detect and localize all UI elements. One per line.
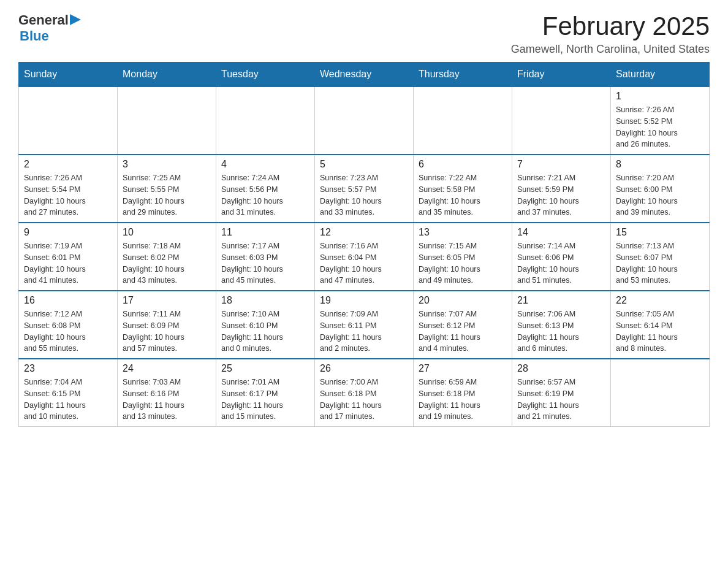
calendar-cell: 24Sunrise: 7:03 AMSunset: 6:16 PMDayligh… — [118, 359, 216, 427]
calendar-cell: 3Sunrise: 7:25 AMSunset: 5:55 PMDaylight… — [118, 155, 216, 223]
day-info: Sunrise: 7:06 AMSunset: 6:13 PMDaylight:… — [517, 308, 605, 354]
day-info: Sunrise: 7:17 AMSunset: 6:03 PMDaylight:… — [221, 240, 309, 286]
svg-marker-0 — [70, 14, 81, 25]
calendar-week-1: 2Sunrise: 7:26 AMSunset: 5:54 PMDaylight… — [19, 155, 710, 223]
calendar-cell: 14Sunrise: 7:14 AMSunset: 6:06 PMDayligh… — [512, 223, 611, 291]
location-title: Gamewell, North Carolina, United States — [511, 43, 710, 56]
calendar-cell — [414, 86, 512, 155]
day-number: 15 — [616, 227, 704, 238]
calendar-cell: 22Sunrise: 7:05 AMSunset: 6:14 PMDayligh… — [611, 291, 710, 359]
day-info: Sunrise: 7:16 AMSunset: 6:04 PMDaylight:… — [320, 240, 408, 286]
calendar-cell: 5Sunrise: 7:23 AMSunset: 5:57 PMDaylight… — [315, 155, 414, 223]
day-info: Sunrise: 7:10 AMSunset: 6:10 PMDaylight:… — [221, 308, 309, 354]
day-info: Sunrise: 7:26 AMSunset: 5:52 PMDaylight:… — [616, 104, 704, 150]
day-number: 26 — [320, 363, 408, 374]
calendar-cell — [216, 86, 315, 155]
day-info: Sunrise: 7:22 AMSunset: 5:58 PMDaylight:… — [419, 172, 507, 218]
day-number: 17 — [123, 295, 211, 306]
calendar-cell: 11Sunrise: 7:17 AMSunset: 6:03 PMDayligh… — [216, 223, 315, 291]
day-info: Sunrise: 7:14 AMSunset: 6:06 PMDaylight:… — [517, 240, 605, 286]
calendar-week-0: 1Sunrise: 7:26 AMSunset: 5:52 PMDaylight… — [19, 86, 710, 155]
calendar-cell: 13Sunrise: 7:15 AMSunset: 6:05 PMDayligh… — [414, 223, 512, 291]
day-info: Sunrise: 7:01 AMSunset: 6:17 PMDaylight:… — [221, 377, 309, 423]
calendar-header-saturday: Saturday — [611, 63, 710, 87]
calendar-cell: 9Sunrise: 7:19 AMSunset: 6:01 PMDaylight… — [19, 223, 118, 291]
calendar-header-sunday: Sunday — [19, 63, 118, 87]
calendar-cell: 17Sunrise: 7:11 AMSunset: 6:09 PMDayligh… — [118, 291, 216, 359]
calendar-cell — [19, 86, 118, 155]
day-info: Sunrise: 7:20 AMSunset: 6:00 PMDaylight:… — [616, 172, 704, 218]
day-number: 9 — [24, 227, 112, 238]
calendar-header-thursday: Thursday — [414, 63, 512, 87]
logo: General Blue — [18, 12, 81, 44]
calendar-cell: 21Sunrise: 7:06 AMSunset: 6:13 PMDayligh… — [512, 291, 611, 359]
title-block: February 2025 Gamewell, North Carolina, … — [511, 12, 710, 56]
day-number: 20 — [419, 295, 507, 306]
calendar-header-friday: Friday — [512, 63, 611, 87]
day-number: 16 — [24, 295, 112, 306]
day-number: 2 — [24, 159, 112, 170]
day-number: 5 — [320, 159, 408, 170]
day-number: 11 — [221, 227, 309, 238]
logo-general-text: General — [18, 12, 69, 28]
calendar-cell: 15Sunrise: 7:13 AMSunset: 6:07 PMDayligh… — [611, 223, 710, 291]
calendar-cell: 7Sunrise: 7:21 AMSunset: 5:59 PMDaylight… — [512, 155, 611, 223]
calendar-header-row: SundayMondayTuesdayWednesdayThursdayFrid… — [19, 63, 710, 87]
day-number: 18 — [221, 295, 309, 306]
day-info: Sunrise: 7:23 AMSunset: 5:57 PMDaylight:… — [320, 172, 408, 218]
day-number: 19 — [320, 295, 408, 306]
calendar-cell: 8Sunrise: 7:20 AMSunset: 6:00 PMDaylight… — [611, 155, 710, 223]
day-info: Sunrise: 7:26 AMSunset: 5:54 PMDaylight:… — [24, 172, 112, 218]
calendar-week-4: 23Sunrise: 7:04 AMSunset: 6:15 PMDayligh… — [19, 359, 710, 427]
day-number: 1 — [616, 91, 704, 102]
day-info: Sunrise: 7:24 AMSunset: 5:56 PMDaylight:… — [221, 172, 309, 218]
calendar-cell: 27Sunrise: 6:59 AMSunset: 6:18 PMDayligh… — [414, 359, 512, 427]
day-info: Sunrise: 7:05 AMSunset: 6:14 PMDaylight:… — [616, 308, 704, 354]
calendar-week-3: 16Sunrise: 7:12 AMSunset: 6:08 PMDayligh… — [19, 291, 710, 359]
calendar-cell: 23Sunrise: 7:04 AMSunset: 6:15 PMDayligh… — [19, 359, 118, 427]
day-info: Sunrise: 7:25 AMSunset: 5:55 PMDaylight:… — [123, 172, 211, 218]
calendar-header-wednesday: Wednesday — [315, 63, 414, 87]
logo-blue-text: Blue — [20, 28, 49, 44]
calendar-cell: 1Sunrise: 7:26 AMSunset: 5:52 PMDaylight… — [611, 86, 710, 155]
day-info: Sunrise: 7:07 AMSunset: 6:12 PMDaylight:… — [419, 308, 507, 354]
calendar-cell — [118, 86, 216, 155]
day-number: 28 — [517, 363, 605, 374]
day-number: 10 — [123, 227, 211, 238]
month-title: February 2025 — [511, 12, 710, 40]
day-number: 3 — [123, 159, 211, 170]
day-info: Sunrise: 7:19 AMSunset: 6:01 PMDaylight:… — [24, 240, 112, 286]
calendar-header-monday: Monday — [118, 63, 216, 87]
calendar-cell: 2Sunrise: 7:26 AMSunset: 5:54 PMDaylight… — [19, 155, 118, 223]
day-info: Sunrise: 7:15 AMSunset: 6:05 PMDaylight:… — [419, 240, 507, 286]
day-number: 25 — [221, 363, 309, 374]
day-info: Sunrise: 7:00 AMSunset: 6:18 PMDaylight:… — [320, 377, 408, 423]
day-number: 7 — [517, 159, 605, 170]
calendar-cell — [315, 86, 414, 155]
day-info: Sunrise: 7:09 AMSunset: 6:11 PMDaylight:… — [320, 308, 408, 354]
page-header: General Blue February 2025 Gamewell, Nor… — [18, 12, 710, 56]
calendar-cell: 16Sunrise: 7:12 AMSunset: 6:08 PMDayligh… — [19, 291, 118, 359]
calendar-cell — [512, 86, 611, 155]
calendar-cell: 10Sunrise: 7:18 AMSunset: 6:02 PMDayligh… — [118, 223, 216, 291]
day-info: Sunrise: 7:03 AMSunset: 6:16 PMDaylight:… — [123, 377, 211, 423]
calendar-cell: 18Sunrise: 7:10 AMSunset: 6:10 PMDayligh… — [216, 291, 315, 359]
logo-arrow-icon — [70, 14, 81, 25]
day-info: Sunrise: 7:21 AMSunset: 5:59 PMDaylight:… — [517, 172, 605, 218]
day-number: 27 — [419, 363, 507, 374]
calendar-cell: 26Sunrise: 7:00 AMSunset: 6:18 PMDayligh… — [315, 359, 414, 427]
day-info: Sunrise: 7:18 AMSunset: 6:02 PMDaylight:… — [123, 240, 211, 286]
calendar-cell: 28Sunrise: 6:57 AMSunset: 6:19 PMDayligh… — [512, 359, 611, 427]
day-number: 12 — [320, 227, 408, 238]
calendar-cell — [611, 359, 710, 427]
calendar-cell: 4Sunrise: 7:24 AMSunset: 5:56 PMDaylight… — [216, 155, 315, 223]
day-number: 8 — [616, 159, 704, 170]
day-info: Sunrise: 6:57 AMSunset: 6:19 PMDaylight:… — [517, 377, 605, 423]
calendar-cell: 19Sunrise: 7:09 AMSunset: 6:11 PMDayligh… — [315, 291, 414, 359]
calendar-week-2: 9Sunrise: 7:19 AMSunset: 6:01 PMDaylight… — [19, 223, 710, 291]
day-info: Sunrise: 7:12 AMSunset: 6:08 PMDaylight:… — [24, 308, 112, 354]
day-number: 13 — [419, 227, 507, 238]
calendar-cell: 12Sunrise: 7:16 AMSunset: 6:04 PMDayligh… — [315, 223, 414, 291]
day-info: Sunrise: 7:04 AMSunset: 6:15 PMDaylight:… — [24, 377, 112, 423]
day-number: 14 — [517, 227, 605, 238]
